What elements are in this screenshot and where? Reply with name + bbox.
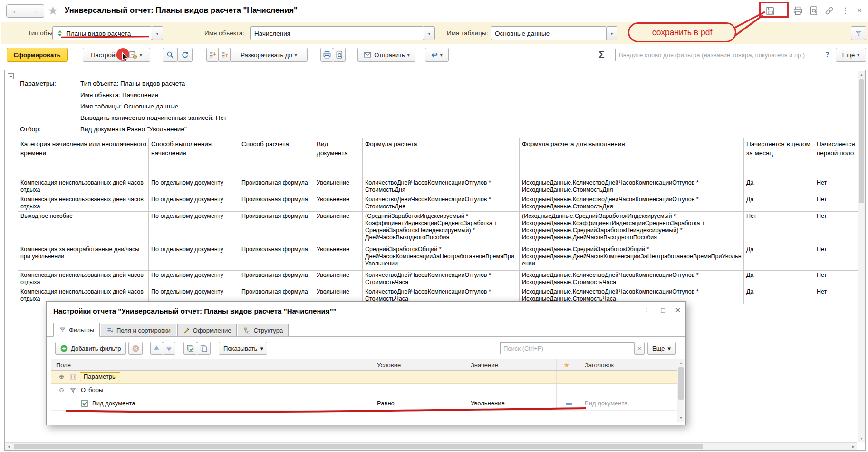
refresh-icon (181, 50, 189, 59)
dialog-maximize-button[interactable]: □ (657, 306, 669, 314)
horizontal-scrollbar[interactable]: ◀ ▶ (5, 442, 857, 450)
dropdown-icon: ▾ (610, 31, 613, 36)
params-group-row[interactable]: ⊕ Параметры (51, 371, 677, 384)
refresh-button[interactable] (177, 48, 193, 62)
title-bar: ← → ★ Универсальный отчет: Планы видов р… (0, 0, 868, 22)
find-button[interactable] (163, 48, 178, 62)
expand-to-button[interactable]: Разворачивать до ▾ (230, 48, 308, 62)
filterbar-settings-button[interactable] (851, 26, 866, 40)
cell: Произвольная формула (239, 178, 314, 195)
cell: Нет (744, 212, 814, 245)
collapse-group-box[interactable]: − (8, 73, 14, 79)
object-type-combo[interactable]: Планы видов расчета (52, 26, 152, 40)
close-button[interactable]: ✕ (852, 3, 867, 18)
generate-button[interactable]: Сформировать (7, 48, 68, 62)
object-name-dropdown-button[interactable]: ▾ (424, 26, 435, 40)
search-clear-button[interactable]: × (634, 342, 645, 355)
toolbar-more-button[interactable]: Еще ▾ (836, 48, 866, 62)
dialog-scrollbar[interactable]: ▲ ▼ (677, 359, 684, 422)
move-down-button[interactable] (163, 342, 175, 355)
brush-icon (183, 327, 190, 334)
send-label: Отправить (374, 51, 405, 59)
more-dots-icon: ⋮ (642, 306, 650, 315)
app-window: ← → ★ Универсальный отчет: Планы видов р… (0, 0, 868, 452)
expand-icon[interactable]: ⊕ (59, 373, 64, 380)
mouse-cursor-icon (120, 51, 131, 63)
filters-group-row[interactable]: ⊖ Отборы (51, 384, 677, 397)
dialog-close-button[interactable]: ✕ (672, 306, 684, 314)
dialog-tabs: Фильтры Поля и сортировки Оформление Стр… (47, 323, 685, 337)
tab-structure[interactable]: Структура (238, 324, 289, 336)
dialog-search-input[interactable] (500, 342, 634, 354)
autosum-icon[interactable]: Σ (599, 49, 604, 60)
more-menu-button[interactable]: ⋮ (838, 3, 852, 18)
related-reports-button[interactable]: ↩ ▾ (425, 48, 449, 62)
table-name-value: Основные данные (495, 30, 550, 37)
uncheck-all-button[interactable] (197, 342, 211, 355)
dialog-title: Настройки отчета "Универсальный отчет: П… (53, 307, 337, 315)
toolbar-preview-button[interactable] (333, 48, 346, 62)
back-button[interactable]: ← (6, 4, 25, 18)
expand-groups-button[interactable] (218, 48, 231, 62)
scroll-down-icon[interactable]: ▼ (677, 414, 685, 422)
help-button[interactable]: ? (825, 50, 829, 58)
favorite-star-icon[interactable]: ★ (48, 4, 58, 18)
collapse-rows-icon (208, 50, 217, 59)
tab-filters[interactable]: Фильтры (53, 323, 100, 337)
vertical-scroll-thumb[interactable] (859, 79, 864, 203)
object-name-input[interactable]: Начисления (250, 26, 424, 40)
close-icon: ✕ (857, 6, 863, 15)
delete-filter-button[interactable] (128, 342, 143, 355)
scroll-up-icon[interactable]: ▲ (677, 359, 685, 366)
send-button[interactable]: Отправить ▾ (357, 48, 415, 62)
dialog-more-button[interactable]: ⋮ (640, 306, 652, 316)
delete-icon (132, 344, 140, 353)
object-type-dropdown-button[interactable]: ▾ (152, 26, 163, 40)
scroll-right-icon[interactable]: ▶ (850, 443, 857, 450)
horizontal-scroll-thumb[interactable] (14, 444, 703, 449)
funnel-icon (59, 326, 66, 334)
printer-icon (323, 50, 331, 59)
toolbar-print-button[interactable] (320, 48, 333, 62)
dialog-scroll-thumb[interactable] (678, 367, 684, 400)
get-link-button[interactable] (822, 3, 836, 18)
collapse-groups-button[interactable] (206, 48, 219, 62)
dropdown-icon: ▾ (407, 52, 410, 58)
checkbox-checked-icon[interactable] (81, 400, 88, 407)
cell: Произвольная формула (239, 245, 314, 271)
table-row: Выходное пособиеПо отдельному документуП… (18, 212, 860, 245)
filter-field: Вид документа (92, 400, 135, 407)
quick-filter-input[interactable] (615, 49, 820, 61)
funnel-icon (69, 387, 77, 394)
forward-button[interactable]: → (25, 4, 44, 18)
col-header: Начисляется в целом за месяц (744, 138, 814, 178)
cell: Да (744, 287, 814, 304)
preview-button[interactable] (807, 3, 821, 18)
tab-label: Оформление (193, 327, 231, 334)
dialog-more-actions-button[interactable]: Еще ▾ (647, 342, 676, 355)
vertical-scrollbar[interactable]: ▲ ▼ (858, 71, 865, 442)
collapse-icon[interactable]: ⊖ (59, 386, 64, 393)
params-group-label: Параметры (80, 372, 120, 381)
annotation-save-highlight (759, 2, 789, 18)
tab-appearance[interactable]: Оформление (177, 324, 237, 336)
report-table: Категория начисления или неоплаченного в… (18, 138, 860, 304)
tab-fields-sorting[interactable]: Поля и сортировки (101, 324, 176, 336)
add-filter-button[interactable]: Добавить фильтр (55, 342, 126, 355)
cell: По отдельному документу (149, 245, 239, 271)
show-mode-button[interactable]: Показывать ▾ (219, 342, 267, 355)
scroll-left-icon[interactable]: ◀ (5, 443, 12, 450)
table-name-combo[interactable]: Основные данные (491, 26, 607, 40)
cell: Нет (814, 212, 860, 245)
scroll-up-icon[interactable]: ▲ (858, 71, 865, 78)
print-button[interactable] (791, 3, 805, 18)
filter-value: Увольнение (471, 400, 505, 407)
cell: По отдельному документу (149, 178, 239, 195)
table-name-dropdown-button[interactable]: ▾ (606, 26, 617, 40)
scroll-down-icon[interactable]: ▼ (858, 435, 865, 442)
filter-condition-row[interactable]: Вид документа Равно Увольнение Вид докум… (51, 397, 677, 411)
check-all-button[interactable] (183, 342, 197, 355)
move-up-button[interactable] (150, 342, 163, 355)
table-name-label: Имя таблицы: (447, 29, 488, 37)
cell: По отдельному документу (149, 195, 239, 212)
